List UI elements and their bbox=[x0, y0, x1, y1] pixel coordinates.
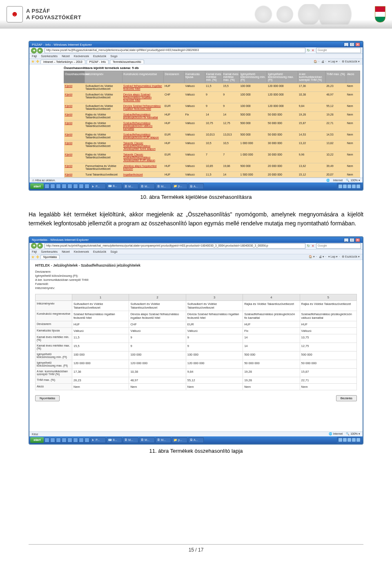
quicklaunch-icon[interactable] bbox=[79, 438, 84, 443]
system-tray[interactable] bbox=[337, 437, 362, 443]
task-item[interactable]: 📧 B... bbox=[107, 437, 122, 443]
back-button[interactable]: ◄ bbox=[31, 243, 37, 249]
task-item[interactable]: 📧 B... bbox=[107, 183, 122, 189]
url-input[interactable]: http://www.pszaf.hu/jf/fogyasztoknak/bal… bbox=[45, 48, 305, 53]
quicklaunch-icon[interactable] bbox=[56, 184, 61, 189]
search-input[interactable]: Google bbox=[316, 48, 361, 53]
favorites-star-icon[interactable]: ★ bbox=[31, 59, 35, 64]
menu-bar[interactable]: Fájl Szerkesztés Nézet Kedvencek Eszközö… bbox=[29, 249, 363, 254]
quicklaunch-icon[interactable] bbox=[50, 184, 55, 189]
col-inst[interactable]: Intézménynév bbox=[85, 71, 122, 83]
quicklaunch-icon[interactable] bbox=[73, 438, 78, 443]
menu-help[interactable]: Súgó bbox=[110, 54, 118, 58]
col-imin[interactable]: Igényelhető kölcsönösszeg min. (Ft) bbox=[239, 71, 267, 83]
task-item[interactable]: 🖹 M... bbox=[123, 183, 138, 189]
taskbar-2[interactable]: start ⏵ P... 📧 B... 🖹 M... 🖹 M... 🖹 M...… bbox=[29, 436, 363, 444]
url-input[interactable]: http://www.pszaf.hu/print/fogyasztoknak/… bbox=[45, 243, 305, 249]
zoom-control[interactable]: 🔍 100% ▾ bbox=[346, 432, 360, 435]
zoom-control[interactable]: 🔍 100% ▾ bbox=[346, 179, 360, 182]
tab-print[interactable]: Nyomtatás bbox=[40, 255, 60, 259]
col-thmmax[interactable]: THM max. (%) bbox=[325, 71, 346, 83]
cell-prod[interactable]: Szabadfelhasználású jelzálogkölcsön vált… bbox=[122, 120, 164, 132]
quicklaunch-icon[interactable] bbox=[73, 184, 78, 189]
cell-prod[interactable]: Takarék Classic Szabadfelhasználású Jelz… bbox=[122, 152, 164, 163]
select-link[interactable]: Kijelöl bbox=[64, 103, 85, 112]
close-button[interactable]: ✕ bbox=[355, 238, 360, 242]
cell-prod[interactable]: Szabadfelhasználású jelzálogkölcsön EUR … bbox=[122, 132, 164, 140]
select-link[interactable]: Kijelöl bbox=[64, 120, 85, 132]
tray-icon[interactable] bbox=[356, 185, 360, 188]
task-item[interactable]: 📁 p... bbox=[172, 183, 187, 189]
add-favorites-icon[interactable]: ✚ bbox=[36, 59, 39, 64]
cell-prod[interactable]: Deviza Szabad felhasználású ingatlan fed… bbox=[122, 103, 164, 112]
task-item[interactable]: 🖹 M... bbox=[156, 183, 171, 189]
col-kmin[interactable]: Kamat éves mértéke min. (%) bbox=[205, 71, 222, 83]
menu-help[interactable]: Súgó bbox=[110, 250, 118, 254]
tray-icon[interactable] bbox=[352, 438, 356, 442]
quicklaunch-icon[interactable] bbox=[50, 438, 55, 443]
cell-prod[interactable]: Szabad felhasználású ingatlan fedezetű h… bbox=[122, 83, 164, 92]
task-item[interactable]: 🖹 M... bbox=[123, 437, 138, 443]
menu-edit[interactable]: Szerkesztés bbox=[41, 54, 58, 58]
window-titlebar[interactable]: PSZAF - Info - Windows Internet Explorer… bbox=[29, 42, 363, 47]
stop-button[interactable]: ✕ bbox=[312, 244, 314, 248]
cell-prod[interactable]: Takarék Classic Szabadfelhasználású Jelz… bbox=[122, 140, 164, 152]
select-link[interactable]: Kijelöl bbox=[64, 163, 85, 172]
select-link[interactable]: Kijelöl bbox=[64, 92, 85, 103]
minimize-button[interactable]: _ bbox=[344, 42, 349, 47]
task-item[interactable]: ⏵ P... bbox=[90, 437, 106, 443]
refresh-button[interactable]: ↻ bbox=[307, 49, 310, 52]
menu-view[interactable]: Nézet bbox=[62, 250, 70, 254]
maximize-button[interactable]: □ bbox=[350, 238, 354, 242]
tray-icon[interactable] bbox=[343, 438, 347, 442]
cell-prod[interactable]: Szabadfelhasználású jelzálogkölcsön fix … bbox=[122, 112, 164, 120]
forward-button[interactable]: ► bbox=[37, 243, 43, 249]
task-item[interactable]: 🖻 A... bbox=[188, 437, 204, 443]
col-ak[interactable]: Akció bbox=[346, 71, 360, 83]
back-button[interactable]: ◄ bbox=[31, 48, 37, 53]
quicklaunch-icon[interactable] bbox=[62, 438, 67, 443]
quicklaunch-icon[interactable] bbox=[45, 184, 49, 189]
system-tray[interactable] bbox=[337, 183, 362, 189]
col-imax[interactable]: Igényelhető kölcsönösszeg max. (Ft) bbox=[267, 71, 298, 83]
tools-menu[interactable]: ⚙ Eszközök ▾ bbox=[342, 255, 360, 258]
col-kmax[interactable]: Kamat éves mértéke max. (%) bbox=[222, 71, 239, 83]
menu-bar[interactable]: Fájl Szerkesztés Nézet Kedvencek Eszközö… bbox=[29, 54, 363, 59]
menu-tools[interactable]: Eszközök bbox=[93, 54, 106, 58]
menu-tools[interactable]: Eszközök bbox=[93, 250, 106, 254]
start-button[interactable]: start bbox=[30, 183, 44, 189]
quicklaunch-icon[interactable] bbox=[79, 184, 84, 189]
window-titlebar[interactable]: Nyomtatás - Windows Internet Explorer _ … bbox=[29, 237, 363, 243]
tray-icon[interactable] bbox=[343, 185, 347, 188]
select-link[interactable]: Kijelöl bbox=[64, 152, 85, 163]
task-item[interactable]: ⏵ P... bbox=[90, 183, 106, 189]
select-link[interactable]: Kijelöl bbox=[64, 112, 85, 120]
tab-pszaf[interactable]: PSZAF - Info bbox=[87, 60, 109, 64]
task-item[interactable]: 🖻 A... bbox=[188, 183, 204, 189]
stop-button[interactable]: ✕ bbox=[312, 49, 314, 52]
tray-icon[interactable] bbox=[352, 185, 356, 188]
favorites-star-icon[interactable]: ★ bbox=[31, 255, 35, 259]
task-item[interactable]: 🖹 M... bbox=[139, 437, 155, 443]
menu-edit[interactable]: Szerkesztés bbox=[41, 250, 58, 254]
menu-view[interactable]: Nézet bbox=[62, 54, 70, 58]
col-kt[interactable]: Kamatozás típusa bbox=[185, 71, 205, 83]
quicklaunch-icon[interactable] bbox=[62, 184, 67, 189]
refresh-button[interactable]: ↻ bbox=[307, 244, 310, 248]
tray-icon[interactable] bbox=[339, 438, 342, 442]
cell-prod[interactable]: Ingatlanfedezet bbox=[122, 172, 164, 178]
tray-icon[interactable] bbox=[347, 438, 351, 442]
quicklaunch-icon[interactable] bbox=[56, 438, 61, 443]
select-link[interactable]: Kijelöl bbox=[64, 172, 85, 178]
task-item[interactable]: 🖹 M... bbox=[156, 437, 171, 443]
page-menu[interactable]: ▾ Lap ▾ bbox=[328, 255, 338, 258]
quicklaunch-icon[interactable] bbox=[85, 438, 89, 443]
taskbar-1[interactable]: start ⏵ P... 📧 B... 🖹 M... 🖹 M... 🖹 M...… bbox=[29, 182, 363, 190]
tray-icon[interactable] bbox=[356, 438, 360, 442]
col-thm[interactable]: A ker. kommunikációban szereplő THM (%) bbox=[298, 71, 325, 83]
tab-termek[interactable]: Termékösszehasonlító bbox=[110, 60, 144, 64]
select-link[interactable]: Kijelöl bbox=[64, 132, 85, 140]
quicklaunch-icon[interactable] bbox=[45, 438, 49, 443]
quicklaunch-icon[interactable] bbox=[85, 184, 89, 189]
tray-icon[interactable] bbox=[347, 185, 351, 188]
